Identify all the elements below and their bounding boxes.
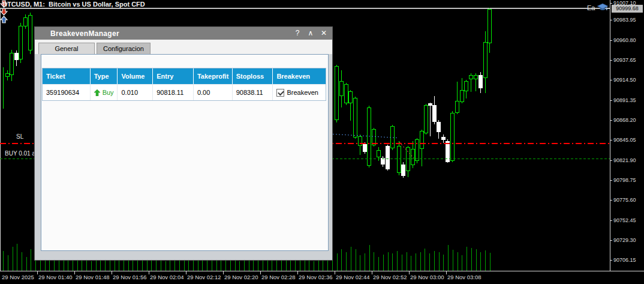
volume-bar (59, 261, 59, 271)
volume-bar (490, 253, 490, 271)
time-axis-label: 29 Nov 02:20 (224, 274, 258, 280)
volume-bar (119, 260, 119, 271)
dialog-titlebar[interactable]: BreakevenManager ? ∧ ✕ (35, 27, 332, 40)
table-row[interactable]: 359190634Buy0.01090818.110.0090838.11Bre… (43, 84, 326, 100)
candle-body (14, 53, 19, 60)
volume-bar (360, 255, 360, 271)
price-axis-label: 90845.05 (613, 137, 636, 143)
order-type-label: Buy (103, 85, 114, 100)
time-axis-label: 29 Nov 02:36 (299, 274, 333, 280)
time-axis-tick (260, 271, 261, 274)
price-axis-label: 90891.35 (613, 97, 636, 103)
candle-body (23, 17, 28, 26)
time-axis-tick (112, 271, 112, 274)
price-axis-tick (610, 220, 612, 221)
volume-bar (73, 259, 73, 271)
time-axis-tick (223, 271, 224, 274)
candle-body (450, 113, 455, 161)
collapse-button[interactable]: ∧ (306, 27, 315, 40)
candle-body (363, 144, 367, 152)
entry-cell: 90818.11 (153, 85, 194, 100)
price-axis-label: 90821.90 (613, 157, 636, 163)
time-axis-tick (335, 271, 335, 274)
time-axis-tick (149, 271, 149, 274)
volume-bar (341, 249, 342, 271)
time-axis-label: 29 Nov 2025 (2, 274, 34, 280)
candle-body (353, 98, 357, 137)
candle-body (344, 84, 348, 103)
time-axis[interactable]: 29 Nov 202529 Nov 01:4029 Nov 01:4829 No… (0, 271, 644, 284)
volume-bar (184, 259, 185, 271)
time-axis-tick (297, 271, 298, 274)
table-body: 359190634Buy0.01090818.110.0090838.11Bre… (43, 84, 326, 100)
price-axis-tick (610, 100, 612, 101)
sl-line-label: SL (16, 133, 23, 140)
volume-bar (346, 252, 347, 271)
candle-wick (430, 103, 431, 136)
takeprofit-cell: 0.00 (194, 85, 233, 100)
candle-body (348, 91, 353, 103)
volume-bar (416, 253, 416, 271)
price-axis-tick (610, 60, 612, 61)
volume-bar (356, 249, 356, 271)
price-axis-tick (610, 3, 612, 4)
tab-configuracion[interactable]: Configuracion (97, 43, 151, 54)
buy-position-label: BUY 0.01 a (5, 150, 35, 157)
column-header-takeprofit: Takeprofit (194, 68, 233, 84)
price-axis-tick (610, 40, 612, 41)
volume-bar (165, 261, 166, 271)
price-axis-tick (610, 240, 612, 241)
column-header-entry: Entry (153, 68, 194, 84)
volume-bar (369, 245, 370, 271)
volume-bar (388, 252, 389, 271)
candle-body (474, 75, 478, 79)
candle-body (455, 101, 459, 113)
ea-hat-icon (597, 3, 609, 12)
volume-bar (453, 250, 453, 271)
volume-bar (476, 249, 477, 271)
candle-body (464, 81, 468, 91)
price-axis-label: 90914.50 (613, 77, 636, 83)
candle-body (487, 9, 492, 43)
positions-table: TicketTypeVolumeEntryTakeprofitStoplossB… (42, 68, 326, 101)
price-axis-tick (610, 200, 612, 201)
price-axis-label: 90937.65 (613, 57, 636, 63)
volume-bar (458, 252, 458, 271)
price-axis-tick (610, 160, 612, 161)
chart-frame-left (0, 8, 1, 271)
volume-bar (383, 255, 384, 271)
bid-price-line (0, 8, 610, 9)
volume-bar (365, 253, 365, 271)
price-axis-label: 90752.45 (613, 217, 636, 223)
time-axis-label: 29 Nov 02:12 (187, 274, 221, 280)
tab-general[interactable]: General (38, 43, 95, 54)
close-button[interactable]: ✕ (319, 27, 329, 40)
volume-bar (462, 255, 462, 271)
price-axis[interactable]: 90999.68 91007.1090983.9590960.8090937.6… (610, 0, 644, 271)
candle-body (28, 15, 32, 50)
volume-bar (374, 252, 374, 271)
time-axis-label: 29 Nov 02:52 (373, 274, 407, 280)
help-button[interactable]: ? (293, 27, 302, 40)
candle-body (377, 150, 381, 157)
time-axis-tick (74, 271, 75, 274)
volume-bar (31, 249, 31, 271)
candle-body (428, 103, 432, 106)
price-axis-label: 90706.15 (613, 257, 636, 263)
volume-bar (295, 259, 296, 271)
symbol-title: BTCUSD, M1: Bitcoin vs US Dollar, Spot C… (2, 1, 145, 8)
breakeven-checkbox[interactable] (276, 89, 284, 97)
buy-arrow-icon (0, 16, 644, 23)
time-axis-tick (186, 271, 186, 274)
volume-bar (147, 259, 148, 271)
volume-bar (193, 260, 194, 271)
price-axis-label: 90775.60 (613, 197, 636, 203)
volume-bar (281, 261, 282, 271)
candle-body (424, 105, 428, 133)
column-header-stoploss: Stoploss (233, 68, 273, 84)
volume-bar (351, 247, 351, 271)
column-header-ticket: Ticket (43, 68, 91, 84)
volume-bar (429, 253, 430, 271)
dialog-title: BreakevenManager (35, 29, 119, 38)
volume-bar (471, 248, 472, 271)
